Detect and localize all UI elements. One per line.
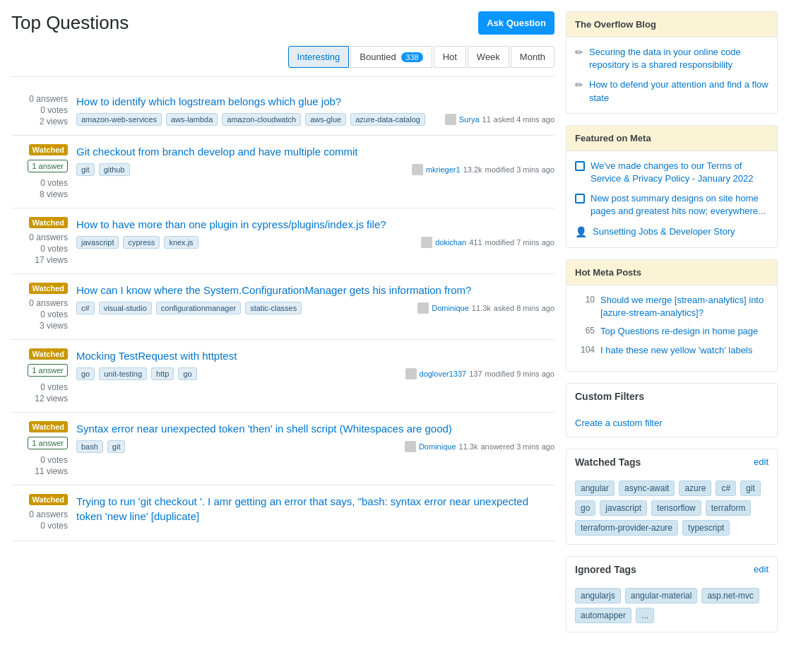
tag[interactable]: amazon-cloudwatch [222, 113, 301, 126]
tag[interactable]: amazon-web-services [76, 113, 162, 126]
tag[interactable]: bash [76, 440, 103, 453]
question-stats: Watched 0 answers 0 votes [11, 494, 68, 532]
avatar [417, 302, 429, 314]
hot-meta-link-3[interactable]: I hate these new yellow 'watch' labels [600, 344, 752, 357]
question-stats: Watched 0 answers 0 votes 17 views [11, 217, 68, 265]
tab-interesting[interactable]: Interesting [288, 46, 350, 68]
question-title[interactable]: Mocking TestRequest with httptest [76, 348, 554, 363]
question-meta: Dominique 11.3k answered 3 mins ago [405, 441, 554, 452]
question-title[interactable]: Git checkout from branch develop and hav… [76, 144, 554, 159]
watched-tag[interactable]: terraform [706, 500, 752, 516]
watched-tag[interactable]: c# [716, 481, 736, 496]
avatar [412, 164, 423, 175]
views-count: 17 views [35, 255, 68, 265]
watched-tag[interactable]: typescript [682, 520, 730, 536]
hot-meta-link-1[interactable]: Should we merge [stream-analytics] into … [600, 294, 769, 319]
filter-bar: Interesting Bountied 338 Hot Week Month [11, 46, 554, 77]
tag[interactable]: go [178, 367, 196, 380]
tag[interactable]: unit-testing [99, 367, 147, 380]
watched-tag[interactable]: azure [679, 481, 711, 496]
tag[interactable]: git [76, 163, 95, 176]
meta-link-3[interactable]: Sunsetting Jobs & Developer Story [593, 225, 735, 240]
ignored-tag[interactable]: asp.net-mvc [701, 588, 759, 603]
action-text: modified 3 mins ago [485, 165, 554, 174]
ignored-tag[interactable]: automapper [575, 608, 631, 623]
avatar [421, 237, 432, 248]
answer-count: 0 answers [29, 232, 68, 242]
question-main: Trying to run 'git checkout '. I amr get… [76, 494, 554, 532]
overflow-blog-box: The Overflow Blog ✏ Securing the data in… [566, 11, 778, 114]
watched-tag[interactable]: git [740, 481, 761, 496]
ignored-tags-edit[interactable]: edit [754, 564, 769, 574]
question-meta: mkrieger1 13.2k modified 3 mins ago [412, 164, 554, 175]
blog-item-2: ✏ How to defend your attention and find … [575, 78, 769, 104]
tags-and-meta: javascriptcypressknex.js dokichan 411 mo… [76, 236, 554, 249]
tag[interactable]: aws-lambda [166, 113, 218, 126]
featured-meta-title: Featured on Meta [566, 126, 777, 151]
tab-month[interactable]: Month [511, 46, 554, 68]
blog-link-2[interactable]: How to defend your attention and find a … [589, 78, 769, 104]
watched-tags-title: Watched Tags [575, 456, 641, 468]
meta-item-3: 👤 Sunsetting Jobs & Developer Story [575, 225, 769, 240]
tag[interactable]: aws-glue [305, 113, 346, 126]
tag[interactable]: http [151, 367, 174, 380]
create-filter-link[interactable]: Create a custom filter [575, 418, 663, 428]
blog-link-1[interactable]: Securing the data in your online code re… [589, 46, 769, 71]
ignored-tag[interactable]: angularjs [575, 588, 621, 603]
tag[interactable]: static-classes [245, 302, 302, 314]
views-count: 12 views [35, 394, 68, 403]
tag[interactable]: git [107, 440, 126, 453]
votes-count: 0 votes [40, 105, 68, 115]
question-main: Git checkout from branch develop and hav… [76, 144, 554, 199]
watched-tag[interactable]: go [575, 500, 595, 516]
meta-item-1: We've made changes to our Terms of Servi… [575, 160, 769, 185]
views-count: 11 views [35, 466, 68, 476]
tag[interactable]: knex.js [164, 236, 198, 249]
watched-tags-edit[interactable]: edit [754, 456, 769, 467]
tag[interactable]: c# [76, 302, 95, 314]
ignored-tag[interactable]: ... [636, 608, 654, 623]
meta-link-2[interactable]: New post summary designs on site home pa… [591, 192, 769, 218]
tag[interactable]: visual-studio [99, 302, 152, 314]
watched-tag[interactable]: angular [575, 481, 615, 496]
ask-question-button[interactable]: Ask Question [478, 11, 554, 35]
question-title[interactable]: How to have more than one plugin in cypr… [76, 217, 554, 232]
question-title[interactable]: How to identify which logstream belongs … [76, 94, 554, 109]
question-title[interactable]: Trying to run 'git checkout '. I amr get… [76, 494, 554, 524]
votes-count: 0 votes [40, 455, 68, 465]
watched-badge: Watched [29, 283, 68, 294]
tag[interactable]: javascript [76, 236, 119, 249]
watched-tag[interactable]: async-await [619, 481, 675, 496]
question-title[interactable]: How can I know where the System.Configur… [76, 283, 554, 297]
tab-bountied[interactable]: Bountied 338 [350, 46, 432, 68]
main-content: Top Questions Ask Question Interesting B… [11, 11, 554, 644]
watched-badge: Watched [29, 494, 68, 505]
tab-week[interactable]: Week [468, 46, 509, 68]
question-main: Syntax error near unexpected token 'then… [76, 421, 554, 476]
hot-meta-link-2[interactable]: Top Questions re-design in home page [600, 325, 758, 338]
meta-link-1[interactable]: We've made changes to our Terms of Servi… [591, 160, 769, 185]
tag[interactable]: cypress [123, 236, 160, 249]
pencil-icon-2: ✏ [575, 78, 583, 104]
votes-count: 0 votes [40, 310, 68, 319]
views-count: 8 views [40, 189, 68, 199]
question-title[interactable]: Syntax error near unexpected token 'then… [76, 421, 554, 436]
tag[interactable]: go [76, 367, 95, 380]
tag[interactable]: azure-data-catalog [350, 113, 425, 126]
watched-tag[interactable]: terraform-provider-azure [575, 520, 678, 536]
tags-and-meta: gounit-testinghttpgo doglover1337 137 mo… [76, 367, 554, 380]
question-item: Watched 1 answer 0 votes 12 views Mockin… [11, 340, 554, 413]
tags-and-meta: c#visual-studioconfigurationmanagerstati… [76, 302, 554, 314]
hot-meta-item-2: 65 Top Questions re-design in home page [575, 325, 769, 338]
tag[interactable]: configurationmanager [156, 302, 241, 314]
ignored-tag[interactable]: angular-material [625, 588, 698, 603]
blog-item-1: ✏ Securing the data in your online code … [575, 46, 769, 71]
tag[interactable]: github [99, 163, 130, 176]
question-meta: dokichan 411 modified 7 mins ago [421, 237, 554, 248]
tab-hot[interactable]: Hot [434, 46, 466, 68]
watched-tags-box: Watched Tags edit angularasync-awaitazur… [566, 449, 778, 545]
watched-tag[interactable]: javascript [600, 500, 647, 516]
watched-tag[interactable]: tensorflow [651, 500, 701, 516]
watched-badge: Watched [29, 217, 68, 228]
page-header: Top Questions Ask Question [11, 11, 554, 35]
